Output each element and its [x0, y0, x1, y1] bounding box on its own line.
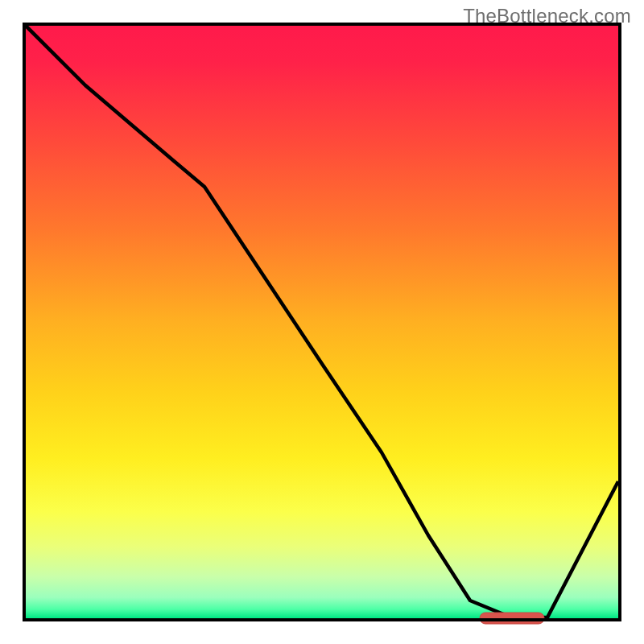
chart-container: TheBottleneck.com	[0, 0, 644, 644]
bottleneck-chart	[0, 0, 644, 644]
watermark-text: TheBottleneck.com	[463, 5, 631, 27]
heat-gradient-background	[26, 26, 618, 618]
